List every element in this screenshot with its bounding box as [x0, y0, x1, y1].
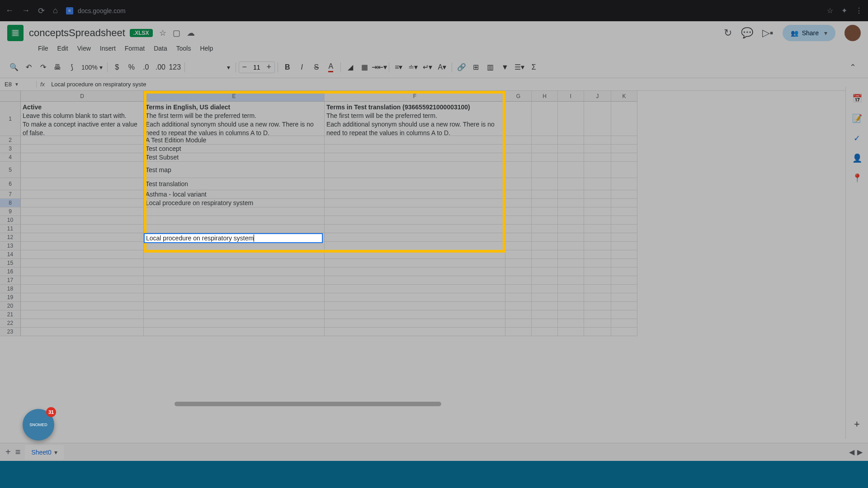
cell-K10[interactable] [611, 216, 637, 225]
comments-icon[interactable]: 💬 [741, 27, 753, 39]
cell-E4[interactable]: Test Subset [144, 153, 325, 162]
cell-D8[interactable] [21, 199, 144, 207]
cell-G15[interactable] [505, 259, 532, 267]
cell-F23[interactable] [325, 328, 505, 336]
cell-H12[interactable] [532, 233, 558, 242]
cell-I4[interactable] [558, 153, 584, 162]
currency-icon[interactable]: $ [110, 61, 124, 74]
cell-E17[interactable] [144, 276, 325, 285]
cell-I6[interactable] [558, 178, 584, 190]
col-header-H[interactable]: H [532, 91, 558, 102]
col-header-J[interactable]: J [584, 91, 611, 102]
cell-J1[interactable] [584, 102, 611, 136]
row-header-10[interactable]: 10 [0, 216, 21, 225]
cell-H7[interactable] [532, 190, 558, 199]
increase-decimal-icon[interactable]: .00 [154, 61, 167, 74]
cell-E20[interactable] [144, 302, 325, 310]
row-header-16[interactable]: 16 [0, 267, 21, 276]
menu-tools[interactable]: Tools [173, 43, 195, 54]
cell-G9[interactable] [505, 207, 532, 216]
cell-K4[interactable] [611, 153, 637, 162]
row-header-15[interactable]: 15 [0, 259, 21, 267]
rotate-icon[interactable]: A▾ [435, 61, 449, 74]
cell-H18[interactable] [532, 285, 558, 293]
row-header-6[interactable]: 6 [0, 178, 21, 190]
cell-F21[interactable] [325, 310, 505, 319]
row-header-11[interactable]: 11 [0, 225, 21, 233]
row-header-9[interactable]: 9 [0, 207, 21, 216]
row-header-18[interactable]: 18 [0, 285, 21, 293]
cell-H11[interactable] [532, 225, 558, 233]
meet-icon[interactable]: ▷▪ [762, 27, 774, 39]
cell-F12[interactable] [325, 233, 505, 242]
percent-icon[interactable]: % [125, 61, 138, 74]
cell-E19[interactable] [144, 293, 325, 302]
cell-I13[interactable] [558, 242, 584, 250]
name-box[interactable]: E8 ▼ [0, 81, 36, 88]
share-button[interactable]: 👥 Share ▾ [783, 25, 835, 41]
cell-J21[interactable] [584, 310, 611, 319]
row-header-17[interactable]: 17 [0, 276, 21, 285]
cell-H22[interactable] [532, 319, 558, 328]
cell-D4[interactable] [21, 153, 144, 162]
redo-icon[interactable]: ↷ [36, 61, 50, 74]
cell-D18[interactable] [21, 285, 144, 293]
star-icon[interactable]: ☆ [159, 28, 166, 38]
cell-K11[interactable] [611, 225, 637, 233]
collapse-toolbar-icon[interactable]: ⌃ [845, 62, 861, 72]
cell-H5[interactable] [532, 162, 558, 178]
cell-K9[interactable] [611, 207, 637, 216]
col-header-K[interactable]: K [611, 91, 637, 102]
cell-K23[interactable] [611, 328, 637, 336]
menu-file[interactable]: File [34, 43, 52, 54]
cell-F4[interactable] [325, 153, 505, 162]
cell-H10[interactable] [532, 216, 558, 225]
cell-E7[interactable]: Asthma - local variant [144, 190, 325, 199]
cell-I11[interactable] [558, 225, 584, 233]
cell-D20[interactable] [21, 302, 144, 310]
search-icon[interactable]: 🔍 [7, 61, 21, 74]
format-123-button[interactable]: 123 [168, 61, 182, 74]
cell-I14[interactable] [558, 250, 584, 259]
cell-K1[interactable] [611, 102, 637, 136]
cell-F3[interactable] [325, 145, 505, 153]
cell-G2[interactable] [505, 136, 532, 145]
history-icon[interactable]: ↻ [724, 27, 732, 39]
cell-J23[interactable] [584, 328, 611, 336]
sheet-tab-menu-icon[interactable]: ▾ [54, 449, 57, 456]
cell-I2[interactable] [558, 136, 584, 145]
cell-K21[interactable] [611, 310, 637, 319]
back-icon[interactable]: ← [5, 6, 14, 15]
filter-icon[interactable]: ▼ [498, 61, 512, 74]
cell-D10[interactable] [21, 216, 144, 225]
cell-J8[interactable] [584, 199, 611, 207]
maps-icon[interactable]: 📍 [852, 173, 863, 183]
cell-I10[interactable] [558, 216, 584, 225]
bookmark-star-icon[interactable]: ☆ [827, 6, 833, 15]
cell-E3[interactable]: Test concept [144, 145, 325, 153]
cell-K14[interactable] [611, 250, 637, 259]
cell-J20[interactable] [584, 302, 611, 310]
extensions-icon[interactable]: ✦ [841, 6, 847, 15]
cell-H2[interactable] [532, 136, 558, 145]
share-dropdown-icon[interactable]: ▾ [824, 29, 827, 37]
cell-I15[interactable] [558, 259, 584, 267]
calendar-icon[interactable]: 📅 [852, 93, 863, 104]
cell-G12[interactable] [505, 233, 532, 242]
cell-D16[interactable] [21, 267, 144, 276]
cell-J9[interactable] [584, 207, 611, 216]
row-header-21[interactable]: 21 [0, 310, 21, 319]
reload-icon[interactable]: ⟳ [38, 6, 45, 16]
all-sheets-icon[interactable]: ≡ [15, 447, 21, 457]
scroll-left-icon[interactable]: ◀ [849, 448, 854, 456]
cell-D1[interactable]: ActiveLeave this column blank to start w… [21, 102, 144, 136]
cell-E14[interactable] [144, 250, 325, 259]
tasks-icon[interactable]: ✓ [852, 133, 863, 144]
cell-F14[interactable] [325, 250, 505, 259]
cell-H19[interactable] [532, 293, 558, 302]
cell-G3[interactable] [505, 145, 532, 153]
cell-G23[interactable] [505, 328, 532, 336]
cell-I23[interactable] [558, 328, 584, 336]
cell-F18[interactable] [325, 285, 505, 293]
cell-J3[interactable] [584, 145, 611, 153]
